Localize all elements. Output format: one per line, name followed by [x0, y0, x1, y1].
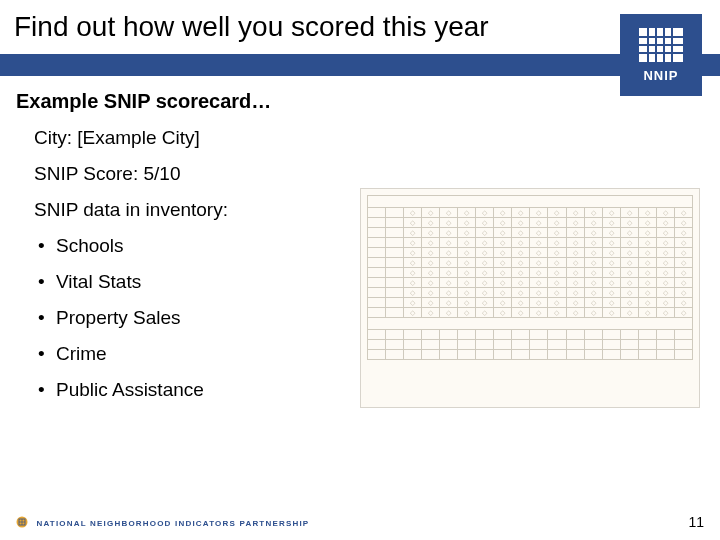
- subheading: Example SNIP scorecard…: [16, 90, 704, 113]
- slide-footer: NATIONAL NEIGHBORHOOD INDICATORS PARTNER…: [16, 512, 704, 530]
- logo-grid-icon: [639, 28, 683, 62]
- scorecard-image: [360, 188, 700, 408]
- footer-logo-icon: [16, 516, 28, 528]
- page-number: 11: [688, 514, 704, 530]
- header-rule: [0, 54, 720, 76]
- footer-brand-text: NATIONAL NEIGHBORHOOD INDICATORS PARTNER…: [36, 519, 309, 528]
- logo-text: NNIP: [643, 68, 678, 83]
- slide-title: Find out how well you scored this year: [0, 0, 720, 54]
- score-line: SNIP Score: 5/10: [34, 163, 704, 185]
- footer-brand-wrap: NATIONAL NEIGHBORHOOD INDICATORS PARTNER…: [16, 512, 309, 530]
- nnip-logo: NNIP: [620, 14, 702, 96]
- slide-header: Find out how well you scored this year N…: [0, 0, 720, 76]
- city-line: City: [Example City]: [34, 127, 704, 149]
